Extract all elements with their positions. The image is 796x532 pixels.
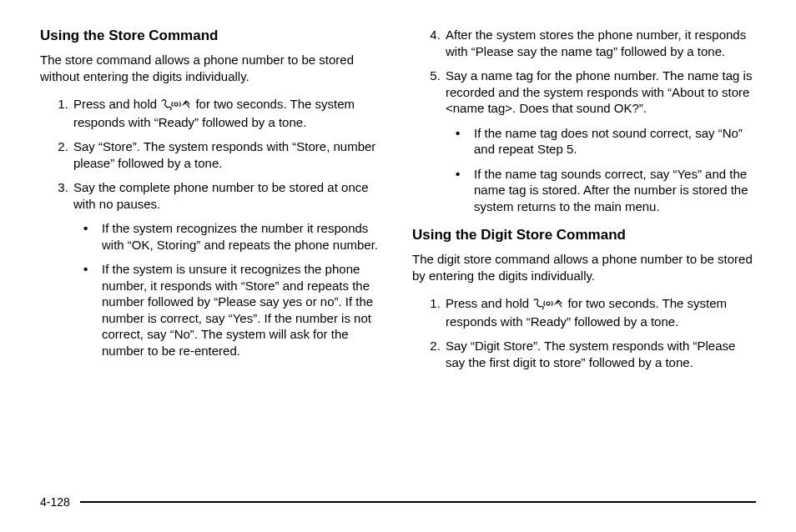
store-step-1: Press and hold for two seconds. The syst… — [72, 96, 384, 130]
digit-step-1: Press and hold for two seconds. The syst… — [444, 295, 756, 329]
step3-bullet-2: If the system is unsure it recognizes th… — [93, 261, 384, 359]
manual-page: Using the Store Command The store comman… — [0, 0, 796, 532]
intro-store-command: The store command allows a phone number … — [40, 52, 384, 84]
page-footer: 4-128 — [40, 495, 756, 509]
step3-text: Say the complete phone number to be stor… — [73, 180, 369, 211]
phone-voice-icon — [160, 98, 192, 114]
left-column: Using the Store Command The store comman… — [40, 27, 384, 382]
dstep1-pre: Press and hold — [446, 296, 532, 310]
store-step-2: Say “Store”. The system responds with “S… — [72, 138, 384, 171]
store-step-4: After the system stores the phone number… — [444, 27, 756, 59]
heading-digit-store: Using the Digit Store Command — [412, 226, 756, 244]
store-steps-continued: After the system stores the phone number… — [412, 27, 756, 214]
footer-rule — [80, 501, 756, 503]
right-column: After the system stores the phone number… — [412, 27, 756, 382]
step5-bullets: If the name tag does not sound correct, … — [446, 125, 756, 215]
step3-bullet-1: If the system recognizes the number it r… — [93, 220, 384, 253]
digit-step-2: Say “Digit Store”. The system responds w… — [444, 338, 756, 370]
step5-bullet-2: If the name tag sounds correct, say “Yes… — [466, 166, 756, 215]
step5-text: Say a name tag for the phone number. The… — [446, 68, 752, 115]
step3-bullets: If the system recognizes the number it r… — [73, 220, 384, 359]
phone-voice-icon — [532, 297, 564, 314]
two-column-layout: Using the Store Command The store comman… — [40, 27, 756, 382]
step5-bullet-1: If the name tag does not sound correct, … — [466, 125, 756, 158]
digit-store-steps: Press and hold for two seconds. The syst… — [412, 295, 756, 370]
store-step-3: Say the complete phone number to be stor… — [72, 179, 384, 359]
page-number: 4-128 — [40, 495, 70, 509]
step1-pre: Press and hold — [73, 97, 160, 111]
store-step-5: Say a name tag for the phone number. The… — [444, 68, 756, 214]
store-steps: Press and hold for two seconds. The syst… — [40, 96, 384, 359]
heading-store-command: Using the Store Command — [40, 27, 384, 45]
intro-digit-store: The digit store command allows a phone n… — [412, 251, 756, 284]
